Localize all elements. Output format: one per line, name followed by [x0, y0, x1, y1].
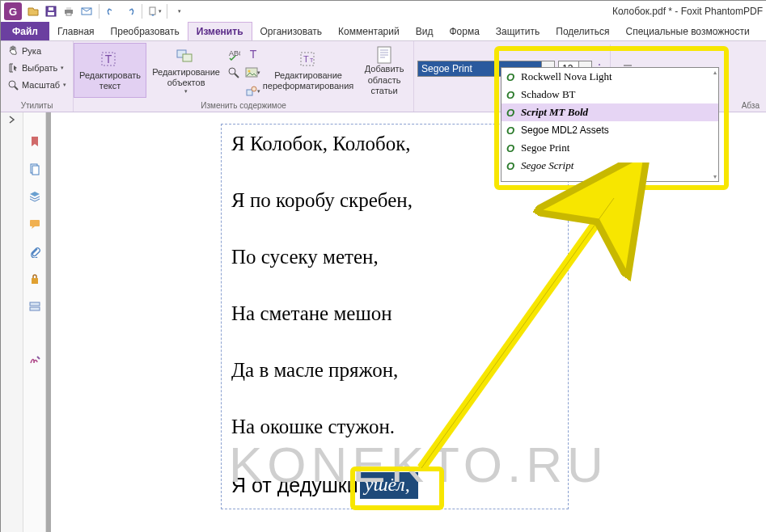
- ribbon-group-utilities: Рука Выбрать ▾ Масштаб ▾ Утилиты: [1, 41, 74, 112]
- font-option-label: Segoe MDL2 Assets: [521, 125, 609, 136]
- svg-text:T: T: [105, 53, 112, 65]
- font-option[interactable]: OSchadow BT: [501, 86, 718, 103]
- svg-rect-34: [30, 302, 40, 306]
- tab-protect[interactable]: Защитить: [488, 22, 548, 40]
- sidebar-bookmarks-button[interactable]: [27, 133, 43, 150]
- search-replace-button[interactable]: [226, 65, 242, 81]
- sidebar-fields-button[interactable]: [27, 298, 43, 315]
- sidebar-attachments-button[interactable]: [27, 243, 43, 260]
- document-text: Я от дедушки: [231, 474, 358, 497]
- hand-tool-button[interactable]: Рука: [6, 43, 68, 59]
- add-text-button[interactable]: T: [245, 46, 261, 62]
- form-field-icon: [28, 300, 41, 313]
- qat-redo-icon[interactable]: [121, 3, 138, 19]
- document-text-line[interactable]: На сметане мешон: [231, 302, 558, 325]
- chevron-right-icon: [8, 116, 16, 124]
- add-article-button[interactable]: Добавить область статьи: [355, 43, 413, 98]
- sidebar-pages-button[interactable]: [27, 161, 43, 177]
- spellcheck-icon: ABC: [227, 48, 240, 61]
- tab-convert[interactable]: Преобразовать: [103, 22, 188, 40]
- svg-rect-2: [49, 7, 53, 11]
- font-option-label: Script MT Bold: [521, 106, 588, 119]
- svg-rect-5: [66, 13, 71, 15]
- svg-rect-35: [30, 307, 40, 310]
- qat-undo-icon[interactable]: [104, 3, 120, 19]
- document-text-line[interactable]: По сусеку метен,: [231, 246, 558, 268]
- hand-icon: [7, 45, 19, 57]
- edit-objects-button[interactable]: Редактирование объектов▾: [150, 43, 222, 98]
- paperclip-icon: [28, 245, 41, 258]
- tab-share[interactable]: Поделиться: [548, 22, 617, 40]
- edit-text-button[interactable]: T Редактировать текст: [74, 43, 146, 98]
- svg-line-16: [235, 74, 239, 78]
- font-option-label: Segoe Print: [521, 141, 569, 154]
- add-shape-button[interactable]: ▾: [245, 83, 261, 99]
- search-icon: [227, 66, 240, 79]
- reflow-edit-button[interactable]: TT Редактирование переформатирования: [272, 43, 345, 98]
- sidebar-sign-button[interactable]: [27, 352, 43, 368]
- font-option[interactable]: ORockwell Nova Light: [501, 68, 718, 86]
- svg-rect-1: [48, 12, 54, 15]
- sidebar-security-button[interactable]: [27, 271, 43, 287]
- tab-organize[interactable]: Организовать: [252, 22, 331, 40]
- comment-icon: [28, 217, 41, 230]
- ribbon-group-edit-content: T Редактировать текст Редактирование объ…: [74, 41, 414, 112]
- opentype-icon: O: [506, 142, 516, 154]
- font-option[interactable]: OSegoe Script: [501, 157, 718, 175]
- qat-save-icon[interactable]: [43, 3, 59, 19]
- tab-file[interactable]: Файл: [1, 22, 49, 40]
- opentype-icon: O: [506, 107, 516, 119]
- tab-comment[interactable]: Комментарий: [330, 22, 408, 40]
- opentype-icon: O: [506, 160, 516, 172]
- qat-open-icon[interactable]: [25, 3, 41, 19]
- qat-insert-icon[interactable]: ▾: [146, 3, 163, 19]
- window-title: Колобок.pdf * - Foxit PhantomPDF: [612, 6, 766, 17]
- font-option[interactable]: OSegoe MDL2 Assets: [501, 121, 718, 139]
- tab-accessibility[interactable]: Специальные возможности: [618, 22, 758, 40]
- qat-email-icon[interactable]: [78, 3, 95, 19]
- tab-home[interactable]: Главная: [49, 22, 103, 40]
- document-text-line[interactable]: На окошке стужон.: [231, 416, 558, 438]
- sidebar-comments-button[interactable]: [27, 216, 43, 232]
- app-icon: G: [4, 2, 22, 20]
- svg-text:T: T: [303, 54, 309, 64]
- tab-edit[interactable]: Изменить: [188, 22, 252, 40]
- opentype-icon: O: [506, 89, 516, 101]
- font-option[interactable]: OScript MT Bold: [501, 103, 718, 121]
- add-image-button[interactable]: ▾: [245, 65, 261, 81]
- lock-icon: [28, 272, 41, 285]
- svg-point-19: [248, 70, 251, 73]
- svg-rect-13: [183, 54, 192, 61]
- zoom-icon: [7, 79, 19, 91]
- image-icon: [245, 66, 258, 79]
- sidebar: [23, 112, 46, 532]
- svg-rect-32: [30, 220, 40, 226]
- svg-point-21: [252, 87, 256, 91]
- selected-text[interactable]: ушёл,: [360, 472, 418, 499]
- font-option-label: Segoe Script: [521, 159, 573, 172]
- font-dropdown-list[interactable]: ORockwell Nova LightOSchadow BTOScript M…: [501, 67, 719, 182]
- dropdown-resize-handle[interactable]: [501, 175, 718, 181]
- tab-form[interactable]: Форма: [441, 22, 487, 40]
- ribbon-tabs: Файл Главная Преобразовать Изменить Орга…: [1, 22, 766, 41]
- pages-icon: [28, 163, 41, 175]
- tab-view[interactable]: Вид: [408, 22, 442, 40]
- font-option-label: Rockwell Nova Light: [521, 70, 612, 83]
- font-option[interactable]: OSegoe Print: [501, 139, 718, 157]
- spellcheck-button[interactable]: ABC: [226, 46, 242, 62]
- sidebar-layers-button[interactable]: [27, 188, 43, 205]
- document-text-line[interactable]: Я от дедушки ушёл,: [231, 472, 558, 499]
- document-text-line[interactable]: Я по коробу скребен,: [231, 189, 558, 212]
- cursor-text-icon: [7, 62, 19, 74]
- edit-objects-icon: [175, 46, 197, 67]
- nav-panel-toggle[interactable]: [1, 112, 23, 532]
- article-icon: [373, 44, 396, 64]
- document-text-line[interactable]: Да в масле пряжон,: [231, 359, 558, 382]
- select-tool-button[interactable]: Выбрать ▾: [6, 60, 68, 76]
- group-label-edit-content: Изменить содержимое: [74, 100, 413, 112]
- qat-print-icon[interactable]: [61, 3, 77, 19]
- svg-rect-7: [150, 7, 155, 15]
- font-dropdown-scrollbar[interactable]: ▴▾: [713, 69, 717, 180]
- zoom-tool-button[interactable]: Масштаб ▾: [6, 77, 68, 93]
- qat-customize-icon[interactable]: ▾: [171, 3, 188, 19]
